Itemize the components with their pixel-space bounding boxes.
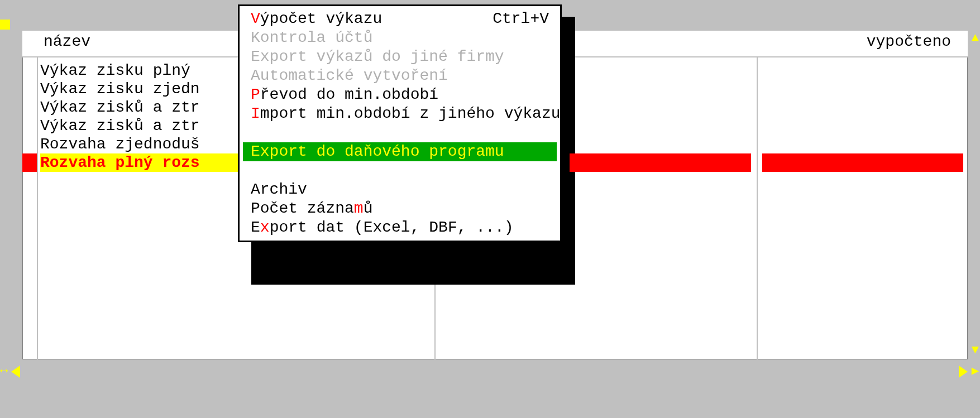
menu-item[interactable]: Export do daňového programu	[243, 142, 557, 161]
bottom-bar	[0, 359, 980, 418]
column-divider	[37, 31, 38, 359]
corner-marker	[0, 20, 10, 30]
menu-shortcut: Ctrl+V	[493, 9, 549, 28]
selection-bar	[570, 153, 751, 172]
menu-spacer	[240, 161, 560, 180]
menu-item: Automatické vytvoření	[240, 66, 560, 85]
menu-item: Export výkazů do jiné firmy	[240, 47, 560, 66]
menu-item[interactable]: Export dat (Excel, DBF, ...)	[240, 218, 560, 237]
menu-item: Kontrola účtů	[240, 28, 560, 47]
menu-item[interactable]: Výpočet výkazuCtrl+V	[240, 9, 560, 28]
context-menu: Výpočet výkazuCtrl+VKontrola účtůExport …	[238, 4, 562, 242]
menu-item[interactable]: Převod do min.období	[240, 85, 560, 104]
scroll-right-icon[interactable]	[959, 366, 968, 378]
scroll-down-icon[interactable]: ▼	[972, 344, 979, 357]
scroll-left-end-icon[interactable]: ↔	[0, 364, 8, 378]
menu-item[interactable]: Import min.období z jiného výkazu	[240, 104, 560, 123]
column-divider	[757, 31, 758, 359]
menu-spacer	[240, 123, 560, 142]
menu-item[interactable]: Archiv	[240, 180, 560, 199]
menu-item[interactable]: Počet záznamů	[240, 199, 560, 218]
selection-marker	[22, 153, 37, 172]
scroll-up-icon[interactable]: ▲	[972, 32, 979, 45]
scroll-right-end-icon[interactable]: ▶	[972, 366, 979, 378]
header-calculated: vypočteno	[867, 33, 951, 50]
selection-bar	[762, 153, 963, 172]
header-name: název	[44, 33, 90, 50]
scrollbar-vertical[interactable]	[968, 31, 980, 359]
scroll-left-icon[interactable]	[11, 366, 20, 378]
